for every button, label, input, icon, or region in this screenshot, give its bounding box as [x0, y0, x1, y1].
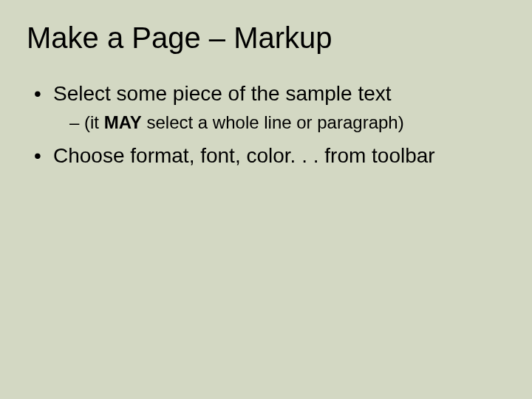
list-item: Select some piece of the sample text (it… — [34, 80, 505, 134]
bullet-list: Select some piece of the sample text (it… — [27, 80, 505, 170]
sub-bullet-text-post: select a whole line or paragraph) — [142, 112, 404, 132]
bullet-text: Choose format, font, color. . . from too… — [53, 144, 435, 167]
bullet-text: Select some piece of the sample text — [53, 82, 392, 105]
list-item: Choose format, font, color. . . from too… — [34, 142, 505, 170]
slide: Make a Page – Markup Select some piece o… — [0, 0, 532, 399]
slide-title: Make a Page – Markup — [27, 21, 505, 55]
sub-bullet-text-bold: MAY — [104, 112, 142, 132]
sub-bullet-list: (it MAY select a whole line or paragraph… — [53, 111, 505, 134]
sub-bullet-text-pre: (it — [84, 112, 104, 132]
list-item: (it MAY select a whole line or paragraph… — [69, 111, 505, 134]
